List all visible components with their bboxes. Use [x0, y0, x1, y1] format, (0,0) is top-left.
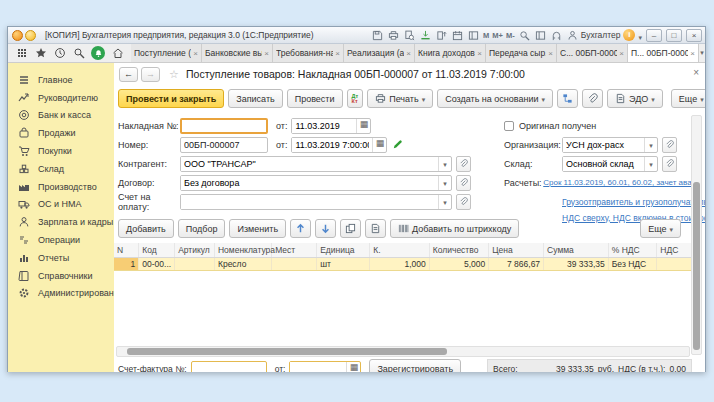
- invoice-date-field[interactable]: [291, 118, 371, 134]
- sidebar-item-pokupki[interactable]: Покупки: [8, 142, 114, 160]
- close-window-button[interactable]: [686, 29, 702, 42]
- memory-m-plus-button[interactable]: M+: [492, 31, 503, 40]
- calendar-icon[interactable]: [346, 362, 360, 373]
- delete-row-button[interactable]: [365, 219, 386, 238]
- favorites-icon[interactable]: [34, 47, 47, 60]
- counterparty-field[interactable]: [180, 156, 452, 172]
- report-structure-button[interactable]: [557, 89, 578, 108]
- favorite-star-icon[interactable]: ☆: [169, 68, 179, 81]
- notifications-button[interactable]: [91, 46, 105, 60]
- user-button[interactable]: Бухгалтер: [566, 29, 621, 42]
- post-and-close-button[interactable]: Провести и закрыть: [118, 89, 224, 108]
- quick-actions-button[interactable]: [25, 30, 36, 41]
- close-tab-icon[interactable]: [333, 48, 340, 58]
- organization-field[interactable]: [562, 137, 658, 153]
- calculator-icon[interactable]: [467, 29, 480, 42]
- info-caret-icon[interactable]: [638, 26, 642, 44]
- invoice-footer-date-field[interactable]: [289, 361, 361, 373]
- sidebar-item-operacii[interactable]: Операции: [8, 231, 114, 249]
- export-icon[interactable]: [435, 29, 448, 42]
- edit-row-button[interactable]: Изменить: [229, 219, 286, 238]
- show-postings-button[interactable]: ДтКт: [347, 89, 364, 108]
- open-link-button[interactable]: [456, 194, 471, 210]
- chevron-down-icon[interactable]: [644, 138, 657, 152]
- consignor-link[interactable]: Грузоотправитель и грузополучатель: [562, 197, 705, 207]
- save-icon[interactable]: [371, 29, 384, 42]
- chevron-down-icon[interactable]: [438, 176, 451, 190]
- forward-button[interactable]: →: [141, 67, 160, 82]
- open-link-button[interactable]: [456, 175, 471, 191]
- settlements-link[interactable]: Срок 11.03.2019, 60.01, 60.02, зачет ава…: [543, 178, 691, 187]
- add-by-barcode-button[interactable]: Добавить по штрихкоду: [390, 219, 519, 238]
- close-tab-icon[interactable]: [404, 48, 411, 58]
- vertical-scrollbar[interactable]: [691, 115, 702, 355]
- calendar-icon[interactable]: [372, 138, 386, 152]
- sidebar-item-glavnoe[interactable]: Главное: [8, 71, 114, 89]
- add-row-button[interactable]: Добавить: [118, 219, 174, 238]
- sidebar-item-otchety[interactable]: Отчеты: [8, 249, 114, 267]
- tab-bankovskie[interactable]: Банковские вы...: [202, 44, 273, 62]
- attachments-button[interactable]: [582, 89, 603, 108]
- sidebar-item-sklad[interactable]: Склад: [8, 160, 114, 178]
- sidebar-item-rukovoditelyu[interactable]: Руководителю: [8, 89, 114, 107]
- payment-invoice-field[interactable]: [180, 194, 452, 210]
- sidebar-item-proizvodstvo[interactable]: Производство: [8, 178, 114, 196]
- number-input[interactable]: [180, 137, 268, 153]
- main-menu-button[interactable]: [12, 30, 23, 41]
- edo-button[interactable]: ЭДО: [607, 89, 663, 108]
- tab-realizaciya[interactable]: Реализация (ак...: [344, 44, 415, 62]
- pick-button[interactable]: Подбор: [178, 219, 226, 238]
- open-link-button[interactable]: [662, 156, 677, 172]
- sidebar-item-spravochniki[interactable]: Справочники: [8, 267, 114, 285]
- close-tab-icon[interactable]: [191, 48, 198, 58]
- sidebar-item-zarplata-i-kadry[interactable]: Зарплата и кадры: [8, 213, 114, 231]
- tab-list-dropdown[interactable]: [699, 44, 705, 62]
- service-icon[interactable]: [550, 29, 563, 42]
- tab-peredacha-syrya[interactable]: Передача сыр...: [486, 44, 557, 62]
- open-link-button[interactable]: [662, 137, 677, 153]
- history-icon[interactable]: [53, 47, 66, 60]
- restore-button[interactable]: [666, 29, 682, 42]
- minimize-button[interactable]: [646, 29, 662, 42]
- tab-trebovaniya[interactable]: Требования-на...: [273, 44, 344, 62]
- home-icon[interactable]: [111, 47, 124, 60]
- print-button[interactable]: Печать: [367, 89, 433, 108]
- invoice-footer-input[interactable]: [191, 361, 267, 373]
- window-panel-icon[interactable]: [534, 29, 547, 42]
- close-tab-icon[interactable]: [617, 48, 624, 58]
- warehouse-field[interactable]: [562, 156, 658, 172]
- chevron-down-icon[interactable]: [438, 157, 451, 171]
- close-tab-icon[interactable]: [546, 48, 553, 58]
- create-on-base-button[interactable]: Создать на основании: [437, 89, 553, 108]
- table-row[interactable]: 1 00-00... Кресло шт 1,000 5,000 7 866,6…: [114, 258, 692, 271]
- sidebar-item-os-i-nma[interactable]: ОС и НМА: [8, 196, 114, 214]
- memory-m-minus-button[interactable]: M-: [506, 31, 515, 40]
- write-button[interactable]: Записать: [228, 89, 282, 108]
- chevron-down-icon[interactable]: [644, 157, 657, 171]
- print-icon[interactable]: [387, 29, 400, 42]
- open-link-button[interactable]: [456, 156, 471, 172]
- info-button[interactable]: i: [623, 29, 635, 41]
- tab-schet-faktura[interactable]: С... 00БП-000007: [557, 44, 628, 62]
- calendar-icon[interactable]: [451, 29, 464, 42]
- search-icon[interactable]: [72, 47, 85, 60]
- back-button[interactable]: ←: [119, 67, 138, 82]
- sidebar-item-administrirovanie[interactable]: Администрирование: [8, 285, 114, 303]
- scrollbar-thumb[interactable]: [127, 348, 447, 355]
- memory-m-button[interactable]: M: [483, 31, 489, 40]
- move-up-button[interactable]: [290, 219, 311, 238]
- close-tab-icon[interactable]: [262, 48, 269, 58]
- contract-field[interactable]: [180, 175, 452, 191]
- chevron-down-icon[interactable]: [438, 195, 451, 209]
- register-invoice-button[interactable]: Зарегистрировать: [369, 359, 461, 372]
- items-more-button[interactable]: Еще: [640, 219, 681, 238]
- close-tab-icon[interactable]: [475, 48, 482, 58]
- post-button[interactable]: Провести: [287, 89, 343, 108]
- date-field[interactable]: [291, 137, 387, 153]
- zoom-icon[interactable]: [518, 29, 531, 42]
- tab-postuplenie-00bp-000007[interactable]: П... 00БП-000007: [628, 44, 699, 62]
- sidebar-item-bank-i-kassa[interactable]: Банк и касса: [8, 107, 114, 125]
- preview-icon[interactable]: [403, 29, 416, 42]
- import-icon[interactable]: [419, 29, 432, 42]
- sections-menu-icon[interactable]: [15, 47, 28, 60]
